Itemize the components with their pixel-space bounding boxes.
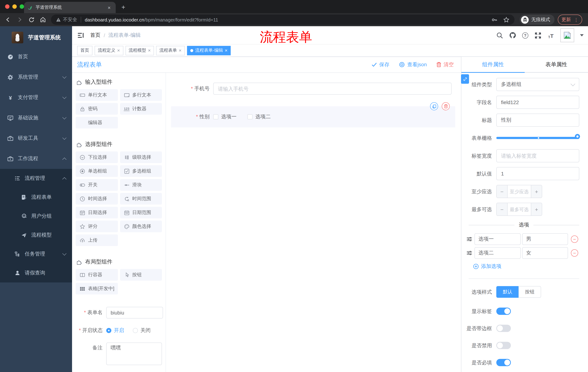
browser-update-button[interactable]: 更新 bbox=[558, 15, 582, 25]
chip-switch[interactable]: 开关 bbox=[76, 179, 118, 191]
help-icon[interactable] bbox=[522, 32, 528, 38]
chip-select[interactable]: 下拉选择 bbox=[76, 151, 118, 163]
remove-option-button[interactable] bbox=[571, 249, 578, 257]
drag-handle-icon[interactable] bbox=[466, 250, 472, 256]
github-icon[interactable] bbox=[509, 32, 516, 39]
gender-option-1[interactable]: 选项一 bbox=[213, 114, 237, 120]
field-name-input[interactable] bbox=[496, 96, 579, 109]
grid-slider[interactable] bbox=[496, 131, 579, 145]
tab-form-props[interactable]: 表单属性 bbox=[525, 57, 588, 73]
window-minimize-button[interactable] bbox=[12, 4, 17, 9]
chip-row-container[interactable]: 行容器 bbox=[76, 269, 118, 281]
stepper-increase-button[interactable] bbox=[531, 203, 542, 215]
phone-field-input[interactable] bbox=[213, 83, 452, 95]
sidebar-item-process-model[interactable]: 流程模型 bbox=[0, 226, 72, 244]
drag-handle-icon[interactable] bbox=[466, 236, 472, 242]
url-bar[interactable]: 不安全 dashboard.yudao.iocoder.cn/bpm/manag… bbox=[51, 15, 514, 25]
tag-process-model[interactable]: 流程模型 bbox=[125, 46, 154, 55]
chip-radio-group[interactable]: 单选框组 bbox=[76, 165, 118, 177]
stepper-increase-button[interactable] bbox=[531, 185, 542, 198]
checkbox[interactable] bbox=[213, 114, 218, 119]
add-option-button[interactable]: 添加选项 bbox=[473, 263, 579, 270]
phone-field-row[interactable]: 手机号 bbox=[166, 83, 461, 95]
duplicate-field-button[interactable] bbox=[430, 102, 438, 110]
sidebar-item-process-form[interactable]: 流程表单 bbox=[0, 188, 72, 207]
option-1-value-input[interactable] bbox=[522, 233, 568, 245]
chip-button[interactable]: 按钮 bbox=[120, 269, 162, 281]
chip-checkbox-group[interactable]: 多选框组 bbox=[120, 165, 162, 177]
sidebar-collapse-icon[interactable] bbox=[77, 32, 84, 39]
component-type-select[interactable]: 多选框组 bbox=[496, 78, 579, 91]
chip-counter[interactable]: 计数器 bbox=[120, 103, 162, 115]
gender-option-2[interactable]: 选项二 bbox=[247, 114, 271, 120]
sidebar-item-payment[interactable]: 支付管理 bbox=[0, 87, 72, 108]
reload-icon[interactable] bbox=[28, 16, 35, 23]
show-label-toggle[interactable] bbox=[496, 308, 511, 315]
chip-rate[interactable]: 评分 bbox=[76, 221, 118, 232]
new-tab-button[interactable] bbox=[119, 3, 128, 12]
required-toggle[interactable] bbox=[496, 359, 511, 366]
chip-single-line-text[interactable]: 单行文本 bbox=[76, 89, 118, 101]
save-button[interactable]: 保存 bbox=[372, 61, 389, 68]
chip-password[interactable]: 密码 bbox=[76, 103, 118, 115]
font-size-icon[interactable] bbox=[547, 32, 555, 39]
label-width-input[interactable] bbox=[496, 149, 579, 162]
remove-option-button[interactable] bbox=[571, 235, 578, 243]
sidebar-item-user-group[interactable]: 用户分组 bbox=[0, 207, 72, 226]
delete-field-button[interactable] bbox=[442, 102, 450, 110]
option-2-name-input[interactable] bbox=[474, 247, 521, 259]
browser-menu-icon[interactable] bbox=[574, 17, 578, 22]
clear-button[interactable]: 清空 bbox=[436, 61, 454, 68]
password-key-icon[interactable] bbox=[491, 17, 497, 23]
tag-close-icon[interactable] bbox=[179, 48, 181, 53]
checkbox[interactable] bbox=[247, 114, 252, 119]
sidebar-item-process-management[interactable]: 流程管理 bbox=[0, 169, 72, 188]
chip-multi-line-text[interactable]: 多行文本 bbox=[120, 89, 162, 101]
security-warning[interactable]: 不安全 bbox=[56, 16, 77, 23]
option-1-name-input[interactable] bbox=[474, 233, 521, 245]
chip-time-range[interactable]: 时间范围 bbox=[120, 193, 162, 205]
border-toggle[interactable] bbox=[496, 325, 511, 332]
sidebar-item-workflow[interactable]: 工作流程 bbox=[0, 149, 72, 169]
style-default-button[interactable]: 默认 bbox=[496, 286, 518, 298]
tag-close-icon[interactable] bbox=[148, 48, 151, 53]
form-canvas[interactable]: 手机号 性别 选项一 选项二 bbox=[166, 73, 461, 372]
window-zoom-button[interactable] bbox=[20, 4, 24, 9]
chip-cascader[interactable]: 级联选择 bbox=[120, 151, 162, 163]
status-on-radio[interactable]: 开启 bbox=[106, 327, 124, 334]
browser-tab[interactable]: 芋道管理系统 bbox=[24, 2, 116, 13]
window-close-button[interactable] bbox=[5, 4, 10, 9]
disabled-toggle[interactable] bbox=[496, 342, 511, 349]
chip-color-picker[interactable]: 颜色选择 bbox=[120, 221, 162, 232]
view-json-button[interactable]: 查看json bbox=[399, 61, 427, 68]
selected-gender-field[interactable]: 性别 选项一 选项二 bbox=[171, 106, 455, 128]
tag-process-form[interactable]: 流程表单 bbox=[156, 46, 185, 55]
fullscreen-icon[interactable] bbox=[534, 32, 541, 39]
avatar[interactable] bbox=[560, 28, 574, 42]
tab-component-props[interactable]: 组件属性 bbox=[461, 57, 525, 73]
sidebar-item-task-management[interactable]: 任务管理 bbox=[0, 244, 72, 264]
chip-table[interactable]: 表格[开发中] bbox=[76, 283, 118, 295]
style-button-button[interactable]: 按钮 bbox=[518, 286, 541, 298]
form-name-input[interactable] bbox=[106, 307, 163, 319]
slider-handle[interactable] bbox=[575, 134, 580, 139]
tag-close-icon[interactable] bbox=[225, 48, 228, 53]
stepper-decrease-button[interactable] bbox=[497, 185, 508, 198]
chip-upload[interactable]: 上传 bbox=[76, 234, 118, 246]
back-icon[interactable] bbox=[4, 16, 12, 23]
chip-date-range[interactable]: 日期范围 bbox=[120, 207, 162, 218]
chip-time-picker[interactable]: 时间选择 bbox=[76, 193, 118, 205]
home-icon[interactable] bbox=[39, 16, 47, 23]
breadcrumb-home[interactable]: 首页 bbox=[90, 32, 100, 39]
tag-process-definition[interactable]: 流程定义 bbox=[94, 46, 123, 55]
tag-close-icon[interactable] bbox=[117, 48, 120, 53]
option-2-value-input[interactable] bbox=[522, 247, 568, 259]
chip-editor[interactable]: 编辑器 bbox=[76, 117, 118, 128]
status-off-radio[interactable]: 关闭 bbox=[133, 327, 151, 334]
form-remark-textarea[interactable]: 嘿嘿 bbox=[106, 342, 162, 365]
tag-process-form-edit[interactable]: 流程表单-编辑 bbox=[187, 46, 231, 55]
tab-close-icon[interactable] bbox=[106, 5, 112, 10]
forward-icon[interactable] bbox=[16, 16, 23, 23]
avatar-caret-icon[interactable] bbox=[580, 34, 584, 36]
chip-slider[interactable]: 滑块 bbox=[120, 179, 162, 191]
